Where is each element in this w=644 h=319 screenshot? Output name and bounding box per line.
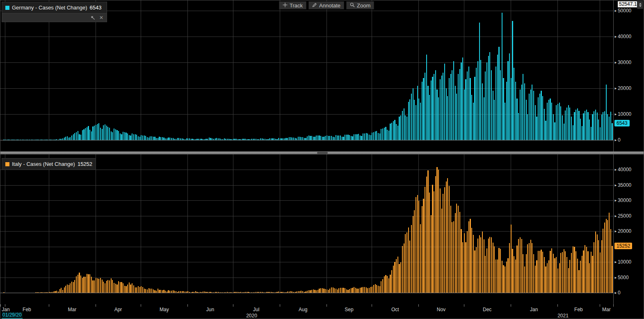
scroll-up-arrow-icon[interactable]	[639, 3, 642, 5]
italy-bar	[468, 221, 469, 293]
italy-bar	[158, 289, 158, 293]
italy-bar	[418, 201, 419, 293]
month-label: Aug	[299, 307, 307, 312]
italy-bar	[450, 206, 451, 293]
germany-bar	[493, 91, 493, 140]
germany-bar	[565, 110, 566, 140]
month-label: Jan	[2, 307, 9, 312]
zoom-magnifier-icon	[350, 2, 355, 9]
germany-bar	[94, 126, 95, 140]
germany-bar	[317, 135, 318, 140]
chart-window: ►0►10000►20000►30000►40000►500006543►0►5…	[0, 0, 644, 319]
italy-bar	[577, 259, 578, 293]
germany-bar	[471, 95, 472, 140]
germany-bar	[118, 131, 119, 140]
germany-bar	[592, 114, 593, 140]
italy-bar	[438, 170, 439, 293]
pin-icon[interactable]	[91, 16, 95, 20]
italy-bar	[74, 280, 75, 293]
italy-bar	[464, 233, 465, 293]
germany-bar	[449, 78, 450, 140]
germany-bar	[87, 127, 87, 140]
close-icon[interactable]: ✕	[99, 15, 103, 20]
panel-divider[interactable]	[0, 151, 644, 154]
italy-bar	[476, 247, 477, 293]
tick-arrow-icon: ►	[614, 87, 617, 90]
italy-bar	[356, 289, 357, 293]
month-gridline	[280, 0, 280, 140]
italy-bar	[425, 187, 425, 293]
annotate-button[interactable]: Annotate	[308, 1, 344, 9]
italy-bar	[320, 288, 321, 293]
germany-bar	[316, 135, 317, 140]
italy-bar	[121, 282, 122, 293]
germany-bar	[320, 136, 321, 140]
italy-bar	[564, 249, 564, 293]
italy-bar	[582, 256, 582, 293]
germany-bar	[409, 99, 410, 140]
germany-bar	[319, 135, 320, 140]
italy-bar	[142, 287, 143, 293]
italy-panel	[0, 154, 613, 302]
month-label: Dec	[483, 307, 491, 312]
italy-bar	[554, 258, 555, 293]
chart-scroll-icon[interactable]	[637, 1, 643, 9]
track-button[interactable]: Track	[279, 1, 306, 9]
germany-ytick-label: ►40000	[614, 34, 631, 40]
germany-bar	[532, 85, 532, 140]
germany-bar	[347, 135, 348, 140]
germany-bar	[516, 99, 517, 140]
italy-bar	[456, 204, 457, 293]
germany-bar	[73, 134, 74, 140]
italy-bar	[388, 278, 389, 293]
italy-bar	[465, 242, 466, 293]
germany-bar	[354, 134, 354, 140]
germany-bar	[595, 110, 596, 140]
italy-bar	[399, 264, 400, 293]
italy-bar	[153, 289, 154, 293]
germany-bar	[289, 137, 290, 140]
italy-bar	[452, 222, 452, 293]
italy-ytick-label: ►35000	[614, 182, 631, 188]
germany-legend[interactable]: Germany - Cases (Net Change) 6543 ✕	[2, 2, 107, 22]
germany-bar	[583, 113, 584, 140]
germany-bar	[485, 71, 486, 140]
italy-bar	[136, 287, 137, 293]
germany-bar	[399, 117, 400, 140]
germany-bar	[327, 135, 327, 140]
germany-bar	[580, 119, 581, 140]
germany-bar	[503, 78, 504, 140]
italy-bar	[372, 287, 372, 293]
zoom-button[interactable]: Zoom	[346, 1, 374, 9]
italy-bar	[486, 248, 487, 293]
germany-bar	[420, 103, 421, 140]
germany-bar	[597, 112, 598, 140]
germany-bar	[479, 23, 480, 140]
germany-bar	[385, 127, 386, 140]
italy-bar	[432, 185, 433, 293]
tick-arrow-icon: ►	[614, 199, 617, 202]
italy-bar	[600, 252, 601, 293]
italy-bar	[387, 276, 388, 293]
italy-bar	[381, 281, 381, 293]
italy-bar	[323, 289, 324, 293]
italy-ytick-label: ►0	[614, 290, 621, 296]
italy-bar	[346, 289, 347, 293]
italy-bar	[102, 280, 103, 293]
italy-bar	[477, 239, 478, 293]
tick-arrow-icon: ►	[614, 138, 617, 142]
italy-bar	[62, 290, 63, 293]
italy-legend[interactable]: Italy - Cases (Net Change) 15252	[2, 158, 96, 170]
scroll-down-arrow-icon[interactable]	[639, 5, 642, 7]
month-label: Feb	[23, 307, 31, 312]
italy-bar	[373, 285, 374, 293]
germany-bar	[511, 78, 512, 140]
italy-bar	[378, 286, 379, 293]
italy-bar	[385, 275, 386, 293]
germany-bar	[473, 103, 474, 140]
divider-grip[interactable]	[317, 152, 328, 154]
germany-bar	[136, 135, 137, 140]
italy-bar	[488, 239, 489, 293]
italy-bar	[69, 285, 69, 293]
italy-bar	[569, 260, 570, 293]
